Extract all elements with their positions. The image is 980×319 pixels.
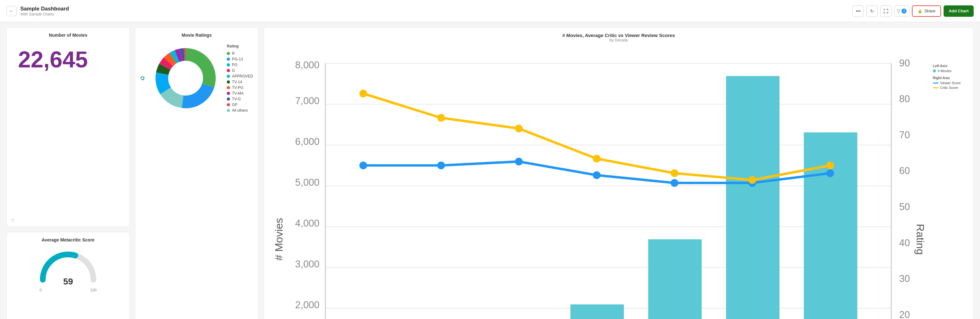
legend-item-tvma: TV-MA (227, 91, 253, 95)
svg-text:30: 30 (899, 273, 910, 284)
legend-title: Rating (227, 44, 253, 48)
filter-button[interactable]: ▽ 2 (894, 5, 909, 17)
legend-item-others: All others (227, 108, 253, 113)
critic-dot-6 (748, 176, 756, 184)
viewer-legend-label: Viewer Score (940, 81, 961, 85)
combo-chart-legend: Left Axis # Movies Right Axis Viewer Sco… (930, 45, 968, 93)
ratings-legend: Rating R PG-13 PG G APPROVED TV-14 TV-PG… (227, 44, 253, 113)
filter-count: 2 (902, 8, 907, 14)
svg-text:80: 80 (899, 94, 910, 105)
svg-text:6,000: 6,000 (295, 136, 320, 147)
legend-item-approved: APPROVED (227, 74, 253, 78)
svg-text:50: 50 (899, 201, 910, 213)
svg-text:# Movies: # Movies (273, 218, 285, 261)
combo-chart-svg: # Movies Rating 0 1,000 2,000 3,000 4,00… (269, 45, 930, 319)
number-of-movies-title: Number of Movies (12, 33, 124, 38)
bar-1990 (648, 239, 702, 319)
right-axis-legend-title: Right Axis (933, 76, 966, 80)
movies-legend-label: # Movies (937, 69, 951, 73)
critic-legend-line (933, 87, 939, 88)
donut-chart-area: Rating R PG-13 PG G APPROVED TV-14 TV-PG… (140, 40, 253, 116)
header: ← Sample Dashboard With Sample Charts ••… (0, 0, 980, 22)
critic-dot-7 (826, 161, 834, 169)
add-chart-button[interactable]: Add Chart (943, 5, 974, 17)
fullscreen-button[interactable] (880, 5, 892, 17)
share-button[interactable]: 🔒 Share (912, 5, 941, 17)
critic-dot-3 (515, 125, 523, 133)
viewer-dot-1 (360, 161, 368, 169)
critic-legend-label: Critic Score (940, 86, 958, 90)
dashboard-grid: Number of Movies 22,645 ▽ Movie Ratings (0, 22, 980, 319)
movie-ratings-title: Movie Ratings (140, 33, 253, 38)
donut-chart-svg-container (151, 43, 220, 113)
gauge-chart: 59 0 100 (12, 245, 124, 295)
critic-dot-1 (360, 90, 368, 97)
combo-chart-card: # Movies, Average Critic vs Viewer Revie… (264, 27, 974, 319)
svg-point-13 (169, 61, 203, 95)
left-axis-legend-title: Left Axis (933, 64, 966, 68)
legend-item-pg13: PG-13 (227, 57, 253, 61)
svg-text:4,000: 4,000 (295, 218, 320, 229)
combo-chart-title: # Movies, Average Critic vs Viewer Revie… (269, 33, 968, 38)
combo-chart-subtitle: By Decade (269, 38, 968, 43)
gauge-max: 100 (90, 288, 97, 292)
viewer-dot-2 (437, 161, 445, 169)
legend-item-tvg: TV-G (227, 97, 253, 101)
avg-score-card: Average Metacritic Score 59 0 100 ▽ (6, 232, 130, 319)
back-button[interactable]: ← (6, 6, 16, 16)
legend-item-r: R (227, 51, 253, 56)
header-left: ← Sample Dashboard With Sample Charts (6, 6, 69, 16)
svg-text:8,000: 8,000 (295, 59, 320, 71)
viewer-legend-line (933, 83, 939, 84)
svg-text:40: 40 (899, 237, 910, 248)
critic-dot-5 (671, 169, 678, 177)
movies-legend-color (933, 69, 936, 73)
more-options-button[interactable]: ••• (852, 5, 864, 17)
svg-text:90: 90 (899, 57, 910, 69)
legend-item-pg: PG (227, 63, 253, 67)
refresh-button[interactable]: ↻ (866, 5, 878, 17)
critic-dot-4 (593, 155, 601, 163)
svg-text:Rating: Rating (915, 224, 926, 255)
dashboard-title: Sample Dashboard (20, 6, 69, 12)
legend-item-g: G (227, 68, 253, 73)
gauge-labels: 0 100 (40, 288, 97, 292)
gauge-value: 59 (63, 276, 73, 287)
legend-item-gp: GP (227, 103, 253, 107)
right-axis-legend: Right Axis Viewer Score Critic Score (933, 76, 966, 90)
svg-text:7,000: 7,000 (295, 95, 320, 106)
card-filter-icon[interactable]: ▽ (11, 218, 14, 223)
svg-text:60: 60 (899, 165, 910, 176)
left-axis-legend: Left Axis # Movies (933, 64, 966, 73)
lock-icon: 🔒 (918, 9, 922, 13)
gauge-min: 0 (40, 288, 42, 292)
critic-legend-item: Critic Score (933, 86, 966, 90)
bar-2010 (804, 132, 858, 319)
movies-legend-item: # Movies (933, 69, 966, 73)
bar-1980 (570, 305, 624, 319)
movie-ratings-card: Movie Ratings (135, 27, 258, 319)
legend-item-tvpg: TV-PG (227, 86, 253, 90)
bar-2000 (726, 76, 780, 319)
critic-dot-2 (437, 114, 445, 122)
viewer-dot-4 (593, 171, 601, 179)
share-label: Share (924, 8, 935, 13)
donut-chart (140, 43, 145, 113)
svg-point-0 (141, 77, 143, 79)
dashboard-subtitle: With Sample Charts (20, 12, 69, 16)
header-right: ••• ↻ ▽ 2 🔒 Share Add Chart (852, 5, 974, 17)
viewer-legend-item: Viewer Score (933, 81, 966, 85)
svg-text:70: 70 (899, 129, 910, 141)
svg-text:5,000: 5,000 (295, 177, 320, 188)
combo-chart-svg-wrap: # Movies Rating 0 1,000 2,000 3,000 4,00… (269, 45, 930, 319)
number-of-movies-card: Number of Movies 22,645 ▽ (6, 27, 130, 227)
svg-text:20: 20 (899, 309, 910, 319)
movies-count-value: 22,645 (12, 40, 124, 82)
chart-with-legend: # Movies Rating 0 1,000 2,000 3,000 4,00… (269, 45, 968, 319)
viewer-dot-5 (671, 179, 678, 187)
avg-score-title: Average Metacritic Score (12, 237, 124, 243)
viewer-dot-3 (515, 158, 523, 165)
filter-icon: ▽ (897, 8, 900, 13)
svg-text:3,000: 3,000 (295, 259, 320, 270)
viewer-dot-7 (826, 169, 834, 177)
